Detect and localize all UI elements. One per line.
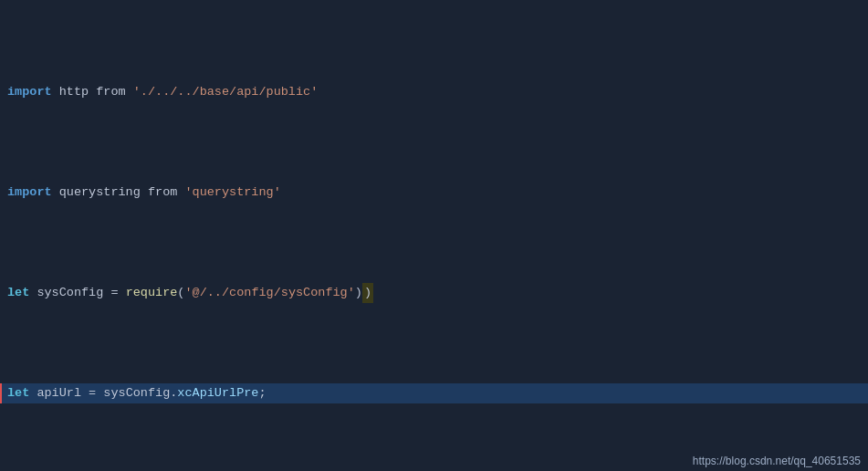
code-line-2: import querystring from 'querystring' (0, 183, 868, 203)
watermark: https://blog.csdn.net/qq_40651535 (693, 455, 861, 467)
keyword-import: import (7, 82, 52, 102)
code-line-3: let sysConfig = require ( '@/../config/s… (0, 283, 868, 303)
code-line-4-highlighted: let apiUrl = sysConfig. xcApiUrlPre ; (0, 383, 868, 403)
code-editor: import http from './../../base/api/publi… (0, 0, 868, 471)
code-line-1: import http from './../../base/api/publi… (0, 82, 868, 102)
